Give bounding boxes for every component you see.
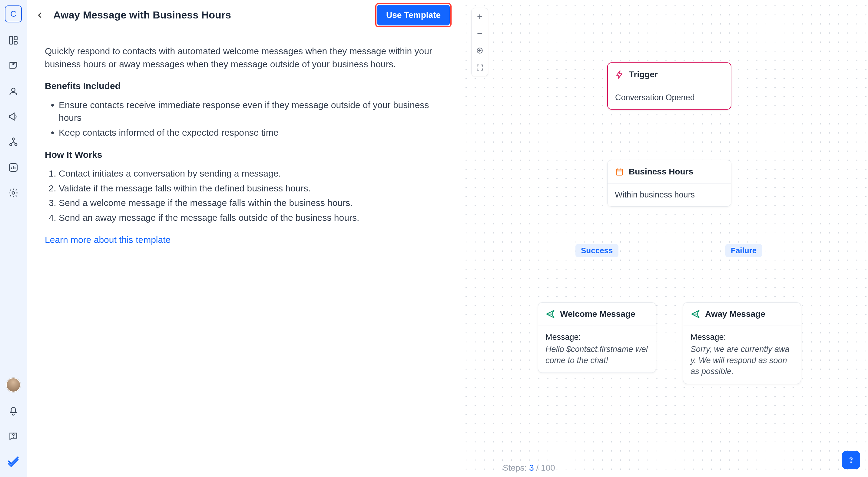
node-title: Trigger (629, 70, 658, 80)
list-item: Send an away message if the message fall… (59, 212, 442, 224)
sidebar: C (0, 0, 27, 477)
list-item: Keep contacts informed of the expected r… (59, 126, 442, 139)
use-template-button[interactable]: Use Template (377, 5, 450, 26)
svg-point-16 (851, 462, 851, 463)
steps-prefix: Steps: (503, 463, 529, 473)
notifications-icon[interactable] (7, 406, 19, 417)
node-head: Business Hours (608, 160, 731, 183)
left-pane: Away Message with Business Hours Use Tem… (27, 0, 460, 477)
node-trigger[interactable]: Trigger Conversation Opened (607, 62, 732, 109)
list-item: Ensure contacts receive immediate respon… (59, 99, 442, 125)
calendar-icon (615, 167, 624, 176)
steps-current: 3 (529, 463, 534, 473)
intro-text: Quickly respond to contacts with automat… (45, 45, 442, 70)
benefits-list: Ensure contacts receive immediate respon… (45, 99, 442, 139)
zoom-in-button[interactable] (471, 8, 488, 25)
branch-label-success: Success (576, 244, 618, 257)
list-item: Send a welcome message if the message fa… (59, 196, 442, 210)
brand-logo-icon (7, 455, 20, 469)
svg-point-4 (12, 138, 14, 140)
svg-point-9 (13, 437, 13, 438)
back-button[interactable] (32, 7, 48, 23)
main: Away Message with Business Hours Use Tem… (27, 0, 868, 477)
svg-point-8 (12, 192, 15, 194)
workflow-icon[interactable] (7, 136, 19, 148)
benefits-heading: Benefits Included (45, 80, 442, 93)
node-body: Message: Sorry, we are currently away. W… (683, 325, 801, 384)
template-description: Quickly respond to contacts with automat… (27, 30, 460, 261)
send-icon (546, 309, 555, 319)
steps-total: 100 (541, 463, 555, 473)
node-body: Within business hours (608, 183, 731, 206)
node-welcome-message[interactable]: Welcome Message Message: Hello $contact.… (538, 302, 656, 373)
workflow-canvas[interactable]: Trigger Conversation Opened Business Hou… (460, 0, 868, 477)
branch-label-failure: Failure (725, 244, 762, 257)
node-title: Business Hours (629, 167, 693, 177)
node-body: Message: Hello $contact.firstname welcom… (538, 325, 656, 373)
sidebar-bottom (6, 378, 21, 477)
settings-icon[interactable] (7, 187, 19, 199)
zoom-fit-button[interactable] (471, 42, 488, 59)
contacts-icon[interactable] (7, 86, 19, 97)
message-text: Hello $contact.firstname welcome to the … (546, 344, 648, 366)
node-title: Welcome Message (560, 309, 636, 319)
message-label: Message: (546, 332, 648, 342)
inbox-icon[interactable] (7, 60, 19, 71)
zoom-controls (471, 8, 488, 76)
svg-point-3 (11, 88, 15, 92)
fullscreen-button[interactable] (471, 59, 488, 76)
message-label: Message: (690, 332, 794, 342)
page-title: Away Message with Business Hours (53, 9, 370, 21)
left-header: Away Message with Business Hours Use Tem… (27, 0, 460, 30)
list-item: Validate if the message falls within the… (59, 182, 442, 195)
broadcast-icon[interactable] (7, 111, 19, 122)
node-head: Trigger (608, 63, 731, 86)
steps-counter: Steps: 3 / 100 (503, 463, 555, 473)
node-head: Away Message (683, 303, 801, 325)
list-item: Contact initiates a conversation by send… (59, 167, 442, 180)
steps-sep: / (534, 463, 541, 473)
sidebar-app-logo[interactable]: C (5, 5, 22, 23)
node-head: Welcome Message (538, 303, 656, 325)
svg-rect-2 (14, 41, 17, 44)
learn-more-link[interactable]: Learn more about this template (45, 233, 442, 247)
node-business-hours[interactable]: Business Hours Within business hours (607, 160, 732, 206)
dashboard-icon[interactable] (7, 34, 19, 46)
use-template-highlight: Use Template (375, 3, 452, 27)
message-text: Sorry, we are currently away. We will re… (690, 344, 794, 377)
zoom-out-button[interactable] (471, 25, 488, 42)
node-title: Away Message (705, 309, 765, 319)
lightning-icon (615, 70, 624, 79)
reports-icon[interactable] (7, 162, 19, 173)
node-body: Conversation Opened (608, 86, 731, 109)
node-away-message[interactable]: Away Message Message: Sorry, we are curr… (683, 302, 801, 384)
help-fab-button[interactable] (842, 451, 860, 469)
how-heading: How It Works (45, 149, 442, 161)
svg-rect-0 (9, 36, 12, 44)
sidebar-nav (7, 34, 19, 199)
svg-rect-1 (14, 36, 17, 40)
how-steps-list: Contact initiates a conversation by send… (45, 167, 442, 224)
send-icon (690, 309, 700, 319)
help-icon[interactable] (7, 431, 19, 442)
avatar[interactable] (6, 378, 21, 392)
svg-rect-15 (616, 169, 622, 175)
